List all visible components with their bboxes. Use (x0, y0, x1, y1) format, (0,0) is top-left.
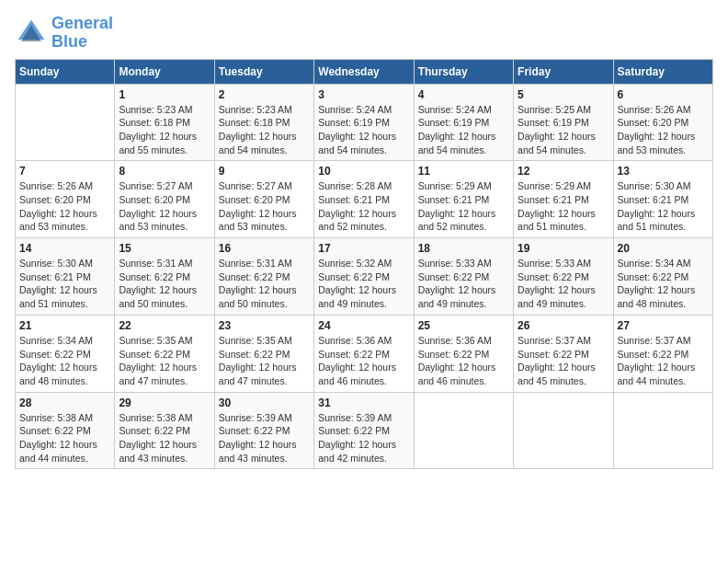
day-info: Sunrise: 5:37 AM Sunset: 6:22 PM Dayligh… (618, 334, 709, 388)
day-number: 11 (418, 165, 509, 178)
header-saturday: Saturday (613, 59, 712, 84)
day-cell: 5Sunrise: 5:25 AM Sunset: 6:19 PM Daylig… (514, 84, 613, 161)
day-number: 15 (119, 242, 210, 255)
day-cell: 13Sunrise: 5:30 AM Sunset: 6:21 PM Dayli… (613, 161, 712, 238)
week-row-5: 28Sunrise: 5:38 AM Sunset: 6:22 PM Dayli… (16, 392, 713, 469)
calendar-header-row: SundayMondayTuesdayWednesdayThursdayFrid… (16, 59, 713, 84)
week-row-1: 1Sunrise: 5:23 AM Sunset: 6:18 PM Daylig… (16, 84, 713, 161)
header-friday: Friday (514, 59, 613, 84)
day-number: 1 (119, 88, 210, 101)
day-cell: 17Sunrise: 5:32 AM Sunset: 6:22 PM Dayli… (314, 238, 414, 316)
day-number: 22 (119, 319, 210, 332)
header-monday: Monday (115, 59, 214, 84)
day-info: Sunrise: 5:34 AM Sunset: 6:22 PM Dayligh… (618, 257, 709, 311)
day-cell: 16Sunrise: 5:31 AM Sunset: 6:22 PM Dayli… (214, 238, 313, 316)
day-cell (16, 84, 115, 161)
day-cell: 15Sunrise: 5:31 AM Sunset: 6:22 PM Dayli… (115, 238, 214, 316)
day-number: 25 (418, 319, 509, 332)
day-number: 24 (318, 319, 409, 332)
day-cell: 21Sunrise: 5:34 AM Sunset: 6:22 PM Dayli… (16, 315, 115, 392)
day-number: 16 (219, 242, 310, 255)
day-cell: 18Sunrise: 5:33 AM Sunset: 6:22 PM Dayli… (414, 238, 513, 316)
day-number: 10 (318, 165, 409, 178)
day-cell: 14Sunrise: 5:30 AM Sunset: 6:21 PM Dayli… (16, 238, 115, 316)
day-number: 20 (618, 242, 709, 255)
day-cell: 31Sunrise: 5:39 AM Sunset: 6:22 PM Dayli… (314, 392, 414, 469)
day-number: 26 (518, 319, 609, 332)
day-info: Sunrise: 5:38 AM Sunset: 6:22 PM Dayligh… (119, 411, 210, 465)
day-number: 29 (119, 396, 210, 409)
day-cell: 28Sunrise: 5:38 AM Sunset: 6:22 PM Dayli… (16, 392, 115, 469)
day-cell: 8Sunrise: 5:27 AM Sunset: 6:20 PM Daylig… (115, 161, 214, 238)
day-info: Sunrise: 5:23 AM Sunset: 6:18 PM Dayligh… (219, 103, 310, 157)
day-number: 17 (318, 242, 409, 255)
logo-icon (15, 17, 48, 50)
day-cell (514, 392, 613, 469)
day-number: 5 (518, 88, 609, 101)
day-info: Sunrise: 5:33 AM Sunset: 6:22 PM Dayligh… (518, 257, 609, 311)
week-row-3: 14Sunrise: 5:30 AM Sunset: 6:21 PM Dayli… (16, 238, 713, 316)
day-info: Sunrise: 5:27 AM Sunset: 6:20 PM Dayligh… (119, 179, 210, 234)
day-number: 30 (219, 396, 310, 409)
day-info: Sunrise: 5:26 AM Sunset: 6:20 PM Dayligh… (19, 179, 110, 234)
logo: General Blue (15, 15, 113, 52)
day-number: 31 (318, 396, 409, 409)
day-info: Sunrise: 5:31 AM Sunset: 6:22 PM Dayligh… (119, 257, 210, 311)
day-info: Sunrise: 5:35 AM Sunset: 6:22 PM Dayligh… (119, 334, 210, 388)
day-info: Sunrise: 5:29 AM Sunset: 6:21 PM Dayligh… (518, 179, 609, 234)
day-cell: 19Sunrise: 5:33 AM Sunset: 6:22 PM Dayli… (514, 238, 613, 316)
day-info: Sunrise: 5:36 AM Sunset: 6:22 PM Dayligh… (418, 334, 509, 388)
header-wednesday: Wednesday (314, 59, 414, 84)
day-cell: 30Sunrise: 5:39 AM Sunset: 6:22 PM Dayli… (214, 392, 313, 469)
day-number: 6 (618, 88, 709, 101)
day-cell: 11Sunrise: 5:29 AM Sunset: 6:21 PM Dayli… (414, 161, 513, 238)
day-number: 19 (518, 242, 609, 255)
day-cell: 12Sunrise: 5:29 AM Sunset: 6:21 PM Dayli… (514, 161, 613, 238)
day-info: Sunrise: 5:38 AM Sunset: 6:22 PM Dayligh… (19, 411, 110, 465)
day-info: Sunrise: 5:39 AM Sunset: 6:22 PM Dayligh… (219, 411, 310, 465)
week-row-2: 7Sunrise: 5:26 AM Sunset: 6:20 PM Daylig… (16, 161, 713, 238)
day-info: Sunrise: 5:39 AM Sunset: 6:22 PM Dayligh… (318, 411, 409, 465)
day-info: Sunrise: 5:34 AM Sunset: 6:22 PM Dayligh… (19, 334, 110, 388)
day-number: 4 (418, 88, 509, 101)
day-number: 9 (219, 165, 310, 178)
day-cell: 7Sunrise: 5:26 AM Sunset: 6:20 PM Daylig… (16, 161, 115, 238)
calendar-table: SundayMondayTuesdayWednesdayThursdayFrid… (15, 59, 713, 470)
day-number: 2 (219, 88, 310, 101)
day-cell: 10Sunrise: 5:28 AM Sunset: 6:21 PM Dayli… (314, 161, 414, 238)
day-cell: 4Sunrise: 5:24 AM Sunset: 6:19 PM Daylig… (414, 84, 513, 161)
day-cell: 22Sunrise: 5:35 AM Sunset: 6:22 PM Dayli… (115, 315, 214, 392)
day-cell (613, 392, 712, 469)
day-info: Sunrise: 5:27 AM Sunset: 6:20 PM Dayligh… (219, 179, 310, 234)
day-cell: 23Sunrise: 5:35 AM Sunset: 6:22 PM Dayli… (214, 315, 313, 392)
day-cell: 24Sunrise: 5:36 AM Sunset: 6:22 PM Dayli… (314, 315, 414, 392)
week-row-4: 21Sunrise: 5:34 AM Sunset: 6:22 PM Dayli… (16, 315, 713, 392)
header-thursday: Thursday (414, 59, 513, 84)
day-info: Sunrise: 5:25 AM Sunset: 6:19 PM Dayligh… (518, 103, 609, 157)
day-info: Sunrise: 5:29 AM Sunset: 6:21 PM Dayligh… (418, 179, 509, 234)
day-info: Sunrise: 5:26 AM Sunset: 6:20 PM Dayligh… (618, 103, 709, 157)
day-info: Sunrise: 5:24 AM Sunset: 6:19 PM Dayligh… (318, 103, 409, 157)
page-header: General Blue (15, 15, 713, 52)
day-cell: 3Sunrise: 5:24 AM Sunset: 6:19 PM Daylig… (314, 84, 414, 161)
day-number: 7 (19, 165, 110, 178)
day-cell: 29Sunrise: 5:38 AM Sunset: 6:22 PM Dayli… (115, 392, 214, 469)
day-cell: 1Sunrise: 5:23 AM Sunset: 6:18 PM Daylig… (115, 84, 214, 161)
day-cell: 25Sunrise: 5:36 AM Sunset: 6:22 PM Dayli… (414, 315, 513, 392)
day-cell: 20Sunrise: 5:34 AM Sunset: 6:22 PM Dayli… (613, 238, 712, 316)
day-info: Sunrise: 5:35 AM Sunset: 6:22 PM Dayligh… (219, 334, 310, 388)
day-info: Sunrise: 5:30 AM Sunset: 6:21 PM Dayligh… (19, 257, 110, 311)
day-number: 13 (618, 165, 709, 178)
header-sunday: Sunday (16, 59, 115, 84)
header-tuesday: Tuesday (214, 59, 313, 84)
day-number: 28 (19, 396, 110, 409)
day-info: Sunrise: 5:32 AM Sunset: 6:22 PM Dayligh… (318, 257, 409, 311)
day-number: 14 (19, 242, 110, 255)
day-info: Sunrise: 5:31 AM Sunset: 6:22 PM Dayligh… (219, 257, 310, 311)
day-info: Sunrise: 5:30 AM Sunset: 6:21 PM Dayligh… (618, 179, 709, 234)
day-info: Sunrise: 5:36 AM Sunset: 6:22 PM Dayligh… (318, 334, 409, 388)
day-cell: 27Sunrise: 5:37 AM Sunset: 6:22 PM Dayli… (613, 315, 712, 392)
day-info: Sunrise: 5:33 AM Sunset: 6:22 PM Dayligh… (418, 257, 509, 311)
day-number: 23 (219, 319, 310, 332)
day-info: Sunrise: 5:23 AM Sunset: 6:18 PM Dayligh… (119, 103, 210, 157)
